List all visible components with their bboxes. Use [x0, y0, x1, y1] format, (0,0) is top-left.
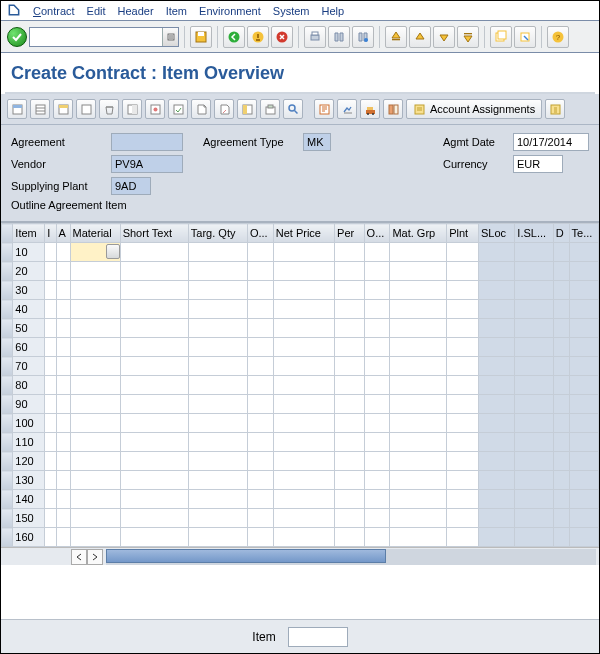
grid-cell[interactable] [247, 357, 273, 376]
grid-cell[interactable] [56, 376, 70, 395]
grid-cell[interactable] [390, 395, 447, 414]
grid-cell[interactable] [247, 376, 273, 395]
grid-cell[interactable] [479, 357, 515, 376]
grid-cell[interactable] [56, 509, 70, 528]
grid-cell[interactable] [390, 338, 447, 357]
grid-cell[interactable] [120, 471, 188, 490]
grid-cell[interactable] [515, 395, 553, 414]
row-selector[interactable] [2, 281, 13, 300]
grid-cell[interactable] [56, 433, 70, 452]
grid-cell[interactable] [273, 376, 334, 395]
grid-cell[interactable] [479, 433, 515, 452]
grid-cell[interactable] [569, 452, 598, 471]
grid-cell[interactable] [56, 528, 70, 547]
grid-cell[interactable] [390, 490, 447, 509]
grid-cell[interactable] [247, 490, 273, 509]
grid-cell[interactable] [515, 471, 553, 490]
grid-cell[interactable] [188, 243, 247, 262]
grid-cell[interactable] [247, 509, 273, 528]
grid-cell[interactable] [479, 452, 515, 471]
grid-cell[interactable] [479, 300, 515, 319]
col-header[interactable]: I [45, 224, 56, 243]
grid-cell[interactable] [447, 433, 479, 452]
grid-cell[interactable] [120, 528, 188, 547]
grid-cell[interactable] [273, 338, 334, 357]
scrollbar-thumb[interactable] [106, 549, 386, 563]
col-header[interactable]: Short Text [120, 224, 188, 243]
grid-cell[interactable] [56, 262, 70, 281]
grid-cell[interactable] [515, 357, 553, 376]
row-item-number[interactable]: 80 [13, 376, 45, 395]
col-header[interactable]: Targ. Qty [188, 224, 247, 243]
row-item-number[interactable]: 10 [13, 243, 45, 262]
grid-cell[interactable] [273, 471, 334, 490]
help-button[interactable]: ? [547, 26, 569, 48]
grid-cell[interactable] [188, 452, 247, 471]
grid-cell[interactable] [569, 395, 598, 414]
grid-cell[interactable] [120, 452, 188, 471]
grid-cell[interactable] [45, 528, 56, 547]
grid-cell[interactable] [70, 243, 120, 262]
f4-help-button[interactable] [106, 244, 120, 259]
grid-cell[interactable] [553, 357, 569, 376]
grid-cell[interactable] [56, 395, 70, 414]
row-selector[interactable] [2, 528, 13, 547]
grid-cell[interactable] [70, 376, 120, 395]
grid-cell[interactable] [479, 528, 515, 547]
grid-cell[interactable] [273, 319, 334, 338]
grid-cell[interactable] [188, 338, 247, 357]
grid-cell[interactable] [188, 262, 247, 281]
row-selector[interactable] [2, 243, 13, 262]
grid-cell[interactable] [56, 471, 70, 490]
grid-cell[interactable] [247, 471, 273, 490]
row-selector[interactable] [2, 319, 13, 338]
grid-cell[interactable] [447, 319, 479, 338]
grid-cell[interactable] [70, 262, 120, 281]
grid-cell[interactable] [515, 414, 553, 433]
col-header[interactable]: Plnt [447, 224, 479, 243]
grid-cell[interactable] [447, 395, 479, 414]
menu-environment[interactable]: Environment [199, 5, 261, 17]
footer-item-input[interactable] [288, 627, 348, 647]
grid-cell[interactable] [70, 414, 120, 433]
grid-cell[interactable] [569, 471, 598, 490]
grid-cell[interactable] [553, 433, 569, 452]
grid-cell[interactable] [390, 243, 447, 262]
app-btn-18[interactable] [545, 99, 565, 119]
find-next-button[interactable] [352, 26, 374, 48]
grid-cell[interactable] [479, 414, 515, 433]
grid-cell[interactable] [390, 509, 447, 528]
grid-cell[interactable] [70, 452, 120, 471]
row-selector[interactable] [2, 471, 13, 490]
grid-cell[interactable] [479, 376, 515, 395]
grid-cell[interactable] [447, 281, 479, 300]
grid-cell[interactable] [120, 509, 188, 528]
grid-cell[interactable] [188, 509, 247, 528]
grid-cell[interactable] [553, 528, 569, 547]
agmt-date-field[interactable]: 10/17/2014 [513, 133, 589, 151]
shortcut-button[interactable] [514, 26, 536, 48]
grid-cell[interactable] [56, 300, 70, 319]
grid-cell[interactable] [569, 376, 598, 395]
grid-cell[interactable] [364, 300, 390, 319]
grid-cell[interactable] [447, 357, 479, 376]
grid-cell[interactable] [120, 262, 188, 281]
grid-cell[interactable] [447, 414, 479, 433]
command-dropdown-icon[interactable] [162, 28, 178, 46]
grid-cell[interactable] [364, 433, 390, 452]
grid-cell[interactable] [56, 357, 70, 376]
grid-cell[interactable] [335, 281, 365, 300]
row-item-number[interactable]: 140 [13, 490, 45, 509]
grid-cell[interactable] [45, 395, 56, 414]
grid-cell[interactable] [553, 471, 569, 490]
grid-cell[interactable] [447, 243, 479, 262]
grid-cell[interactable] [247, 414, 273, 433]
grid-cell[interactable] [247, 433, 273, 452]
grid-cell[interactable] [45, 452, 56, 471]
grid-cell[interactable] [364, 281, 390, 300]
app-btn-delete[interactable] [99, 99, 119, 119]
col-header[interactable]: Item [13, 224, 45, 243]
app-btn-3[interactable] [53, 99, 73, 119]
grid-cell[interactable] [447, 262, 479, 281]
grid-cell[interactable] [364, 243, 390, 262]
